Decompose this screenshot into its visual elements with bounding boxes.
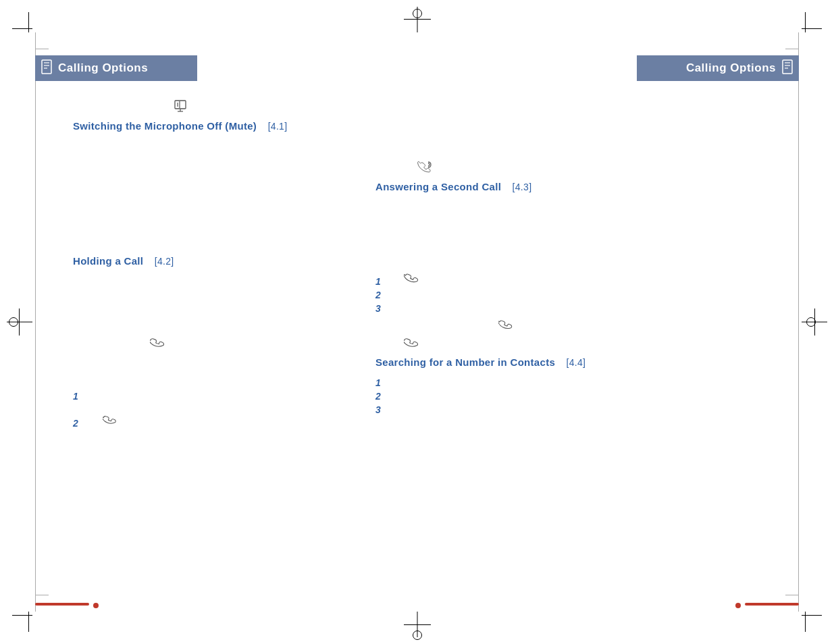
page-border-bottom-right bbox=[785, 595, 799, 595]
crop-mark-tl-v bbox=[28, 12, 29, 32]
hold-step-2: 2 bbox=[73, 417, 78, 429]
bottom-dot-right bbox=[735, 603, 741, 608]
bottom-indicator-right bbox=[745, 603, 799, 606]
hold-step-2-text: 2 bbox=[73, 418, 78, 429]
contacts-step-2-text: 2 bbox=[375, 391, 381, 402]
second-call-icon bbox=[416, 161, 435, 180]
reg-mark-left-v bbox=[19, 308, 20, 336]
page-border-top-left bbox=[35, 49, 49, 49]
bottom-indicator-left bbox=[35, 603, 89, 606]
contacts-step-3: 3 bbox=[375, 404, 381, 416]
header-right: Calling Options bbox=[637, 55, 799, 81]
hold-phone-icon bbox=[150, 336, 166, 354]
crop-mark-bl-h bbox=[12, 615, 32, 616]
step1-phone-icon bbox=[404, 272, 419, 288]
contacts-step-1: 1 bbox=[375, 377, 381, 389]
mute-title-text: Switching the Microphone Off (Mute) bbox=[73, 120, 257, 132]
header-right-title: Calling Options bbox=[686, 61, 776, 75]
mute-device-icon bbox=[174, 100, 189, 115]
page-border-top-right bbox=[785, 49, 799, 49]
step-2-text: 2 bbox=[375, 290, 381, 300]
hold-title-text: Holding a Call bbox=[73, 255, 143, 267]
svg-rect-0 bbox=[42, 60, 51, 74]
contacts-step-3-text: 3 bbox=[375, 404, 381, 415]
step-3-text: 3 bbox=[375, 303, 381, 314]
reg-mark-left-circle bbox=[9, 317, 18, 327]
crop-mark-tl-h bbox=[12, 28, 32, 29]
reg-mark-top-circle bbox=[413, 9, 422, 18]
second-call-step-3: 3 bbox=[375, 302, 381, 315]
step-1-text: 1 bbox=[375, 276, 381, 287]
header-left-icon bbox=[41, 59, 53, 78]
section-second-call-title: Answering a Second Call [4.3] bbox=[375, 181, 531, 192]
contacts-step-1-text: 1 bbox=[375, 377, 381, 388]
second-call-step-2: 2 bbox=[375, 289, 381, 301]
contacts-ref: [4.4] bbox=[567, 357, 586, 368]
page-border-bottom-left bbox=[35, 595, 49, 595]
crop-mark-bl-v bbox=[28, 612, 29, 632]
contacts-phone-icon bbox=[404, 336, 420, 354]
reg-mark-right-circle bbox=[806, 317, 816, 327]
header-right-icon bbox=[781, 59, 793, 77]
second-call-step-1: 1 bbox=[375, 275, 381, 288]
step3-answer-icon bbox=[498, 319, 513, 335]
hold-step-1-text: 1 bbox=[73, 391, 78, 402]
crop-mark-tr-v bbox=[805, 12, 806, 32]
svg-rect-4 bbox=[783, 60, 792, 74]
second-call-title-text: Answering a Second Call bbox=[375, 181, 501, 192]
section-contacts-title: Searching for a Number in Contacts [4.4] bbox=[375, 356, 585, 368]
contacts-step-2: 2 bbox=[375, 390, 381, 402]
page-border-right bbox=[798, 32, 799, 612]
section-hold-title: Holding a Call [4.2] bbox=[73, 255, 174, 267]
hold-step-1: 1 bbox=[73, 390, 78, 402]
page-border-left bbox=[35, 32, 36, 612]
crop-mark-br-v bbox=[805, 612, 806, 632]
hold-step2-icon bbox=[103, 414, 118, 430]
header-left-title: Calling Options bbox=[58, 61, 148, 75]
header-left: Calling Options bbox=[35, 55, 197, 81]
mute-ref: [4.1] bbox=[268, 121, 288, 132]
section-mute-title: Switching the Microphone Off (Mute) [4.1… bbox=[73, 120, 287, 132]
second-call-ref: [4.3] bbox=[513, 182, 532, 192]
contacts-title-text: Searching for a Number in Contacts bbox=[375, 356, 555, 368]
svg-rect-8 bbox=[175, 101, 186, 109]
reg-mark-bottom-circle bbox=[413, 630, 422, 640]
bottom-dot-left bbox=[93, 603, 99, 608]
hold-ref: [4.2] bbox=[155, 256, 174, 267]
